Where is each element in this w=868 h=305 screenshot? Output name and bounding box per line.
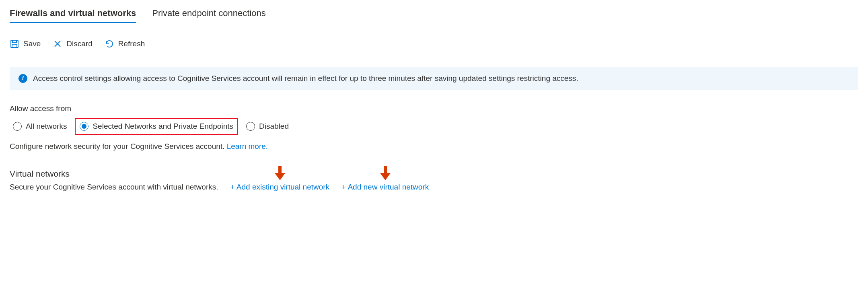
refresh-button[interactable]: Refresh (105, 39, 145, 49)
tabs-container: Firewalls and virtual networks Private e… (10, 8, 858, 23)
radio-all-label: All networks (26, 122, 67, 131)
radio-disabled[interactable]: Disabled (243, 120, 292, 133)
radio-group-access: All networks Selected Networks and Priva… (10, 118, 858, 135)
radio-selected-networks[interactable]: Selected Networks and Private Endpoints (75, 118, 238, 135)
save-icon (10, 39, 19, 49)
info-message: Access control settings allowing access … (33, 74, 578, 83)
save-label: Save (23, 39, 41, 48)
allow-access-label: Allow access from (10, 104, 858, 113)
refresh-icon (105, 39, 114, 49)
svg-marker-6 (275, 173, 285, 180)
virtual-networks-row: Secure your Cognitive Services account w… (10, 183, 858, 192)
info-bar: i Access control settings allowing acces… (10, 67, 858, 90)
arrow-down-icon (380, 166, 391, 182)
add-existing-vnet-link[interactable]: + Add existing virtual network (230, 183, 330, 192)
radio-circle-checked-icon (80, 122, 88, 131)
network-description: Configure network security for your Cogn… (10, 142, 858, 151)
save-button[interactable]: Save (10, 39, 41, 49)
svg-marker-8 (380, 173, 391, 180)
learn-more-link[interactable]: Learn more. (227, 142, 268, 150)
radio-circle-icon (246, 122, 255, 131)
tab-private-endpoints[interactable]: Private endpoint connections (152, 8, 266, 23)
add-new-vnet-link[interactable]: + Add new virtual network (341, 183, 429, 192)
radio-circle-icon (13, 122, 22, 131)
svg-rect-5 (278, 166, 282, 174)
toolbar: Save Discard Refresh (10, 39, 858, 49)
radio-disabled-label: Disabled (259, 122, 289, 131)
refresh-label: Refresh (118, 39, 145, 48)
svg-rect-7 (384, 166, 387, 174)
svg-rect-1 (12, 40, 16, 43)
info-icon: i (19, 74, 27, 83)
arrow-down-icon (275, 166, 285, 182)
discard-label: Discard (66, 39, 92, 48)
tab-firewalls[interactable]: Firewalls and virtual networks (10, 8, 136, 23)
virtual-networks-description: Secure your Cognitive Services account w… (10, 183, 218, 192)
radio-all-networks[interactable]: All networks (10, 120, 70, 133)
svg-rect-2 (12, 44, 17, 47)
close-icon (53, 39, 62, 49)
virtual-networks-heading: Virtual networks (10, 169, 858, 179)
discard-button[interactable]: Discard (53, 39, 92, 49)
radio-selected-label: Selected Networks and Private Endpoints (93, 122, 233, 131)
